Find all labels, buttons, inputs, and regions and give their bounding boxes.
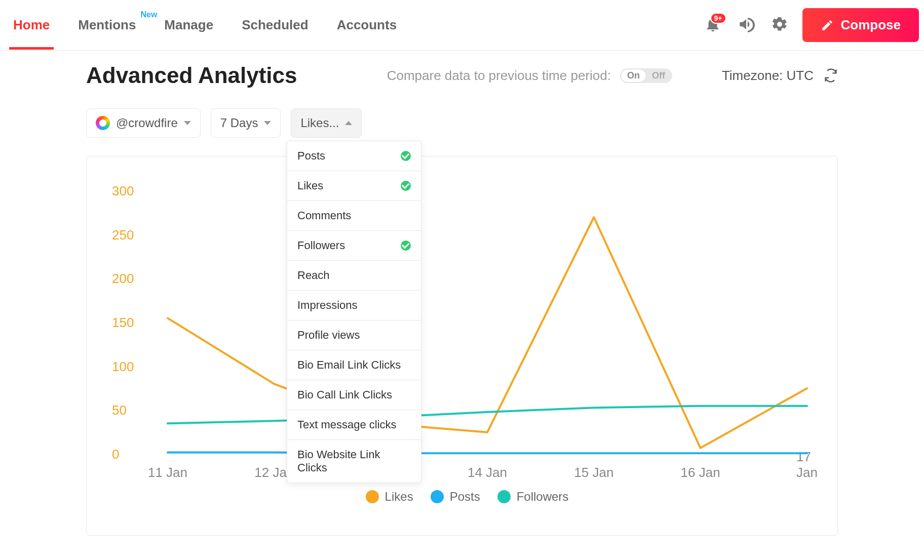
crowdfire-logo-icon (96, 116, 110, 130)
metric-option-label: Bio Call Link Clicks (297, 388, 392, 402)
line-chart: 05010015020025030011 Jan12 Jan13 Jan14 J… (112, 191, 822, 454)
legend-item[interactable]: Posts (431, 490, 480, 504)
compose-icon (821, 19, 834, 32)
metric-option-label: Bio Website Link Clicks (297, 448, 411, 474)
chart-series (168, 217, 807, 448)
metric-option[interactable]: Posts (287, 141, 421, 171)
x-axis-tick: 16 Jan (681, 465, 720, 481)
metric-option[interactable]: Bio Email Link Clicks (287, 350, 421, 380)
top-nav: Home Mentions New Manage Scheduled Accou… (0, 0, 924, 51)
nav-tab-home[interactable]: Home (9, 1, 54, 49)
filter-row: @crowdfire 7 Days Likes... PostsLikesCom… (86, 108, 838, 138)
chevron-down-icon (264, 121, 271, 125)
page-title: Advanced Analytics (86, 63, 297, 88)
metric-filter[interactable]: Likes... (291, 108, 362, 138)
nav-tab-label: Mentions (78, 17, 136, 32)
metric-option-label: Bio Email Link Clicks (297, 358, 401, 372)
refresh-icon[interactable] (824, 68, 838, 83)
megaphone-icon[interactable] (738, 16, 755, 35)
legend-item[interactable]: Followers (497, 490, 569, 504)
compose-button[interactable]: Compose (802, 8, 919, 42)
toggle-on: On (621, 69, 646, 82)
account-value: @crowdfire (116, 116, 178, 130)
legend-label: Likes (385, 490, 413, 504)
timezone-label: Timezone: UTC (722, 68, 814, 84)
chevron-down-icon (184, 121, 191, 125)
metric-option[interactable]: Followers (287, 231, 421, 261)
bell-icon[interactable]: 9+ (704, 16, 721, 35)
metric-option-label: Followers (297, 239, 345, 252)
metric-option[interactable]: Reach (287, 261, 421, 291)
notif-count: 9+ (710, 13, 726, 24)
metric-option-label: Profile views (297, 329, 360, 342)
nav-tab-accounts[interactable]: Accounts (333, 1, 401, 49)
metric-option-label: Text message clicks (297, 418, 397, 431)
title-row: Advanced Analytics Compare data to previ… (86, 63, 838, 88)
compare-label: Compare data to previous time period: (387, 68, 611, 84)
metric-option-label: Likes (297, 179, 323, 192)
nav-tab-scheduled[interactable]: Scheduled (238, 1, 312, 49)
metric-option-label: Comments (297, 209, 351, 222)
range-filter[interactable]: 7 Days (211, 108, 281, 138)
metric-option[interactable]: Bio Website Link Clicks (287, 440, 421, 483)
check-icon (401, 151, 411, 161)
metric-option[interactable]: Comments (287, 201, 421, 231)
metric-option[interactable]: Profile views (287, 321, 421, 350)
metric-option[interactable]: Bio Call Link Clicks (287, 380, 421, 410)
legend-item[interactable]: Likes (366, 490, 413, 504)
range-value: 7 Days (220, 116, 258, 130)
x-axis-tick: 15 Jan (574, 465, 613, 481)
account-filter[interactable]: @crowdfire (86, 108, 201, 138)
chart-series (168, 406, 807, 424)
new-badge: New (140, 10, 157, 19)
legend-dot-icon (497, 490, 511, 503)
metric-option[interactable]: Likes (287, 171, 421, 201)
chart-card: 05010015020025030011 Jan12 Jan13 Jan14 J… (86, 156, 838, 536)
metric-dropdown: PostsLikesCommentsFollowersReachImpressi… (287, 141, 421, 483)
chevron-up-icon (345, 121, 352, 125)
nav-icons: 9+ (704, 16, 788, 35)
legend-dot-icon (431, 490, 444, 503)
legend-label: Posts (450, 490, 480, 504)
gear-icon[interactable] (771, 16, 788, 35)
metric-option-label: Posts (297, 149, 325, 163)
legend-label: Followers (517, 490, 569, 504)
toggle-off: Off (646, 69, 671, 82)
metric-option[interactable]: Text message clicks (287, 410, 421, 440)
legend-dot-icon (366, 490, 379, 503)
x-axis-tick: 11 Jan (148, 465, 187, 481)
x-axis-tick: 14 Jan (468, 465, 507, 481)
chart-svg (112, 191, 822, 454)
nav-tab-mentions[interactable]: Mentions New (74, 1, 140, 49)
nav-tabs: Home Mentions New Manage Scheduled Accou… (9, 1, 401, 49)
compose-label: Compose (841, 17, 901, 33)
chart-series (168, 453, 807, 454)
metric-option-label: Reach (297, 269, 330, 282)
check-icon (401, 241, 411, 251)
metric-option-label: Impressions (297, 299, 358, 312)
check-icon (401, 181, 411, 191)
metric-option[interactable]: Impressions (287, 291, 421, 321)
metric-value: Likes... (300, 116, 339, 130)
nav-tab-manage[interactable]: Manage (160, 1, 217, 49)
chart-legend: LikesPostsFollowers (112, 490, 822, 504)
compare-toggle[interactable]: On Off (620, 68, 672, 83)
